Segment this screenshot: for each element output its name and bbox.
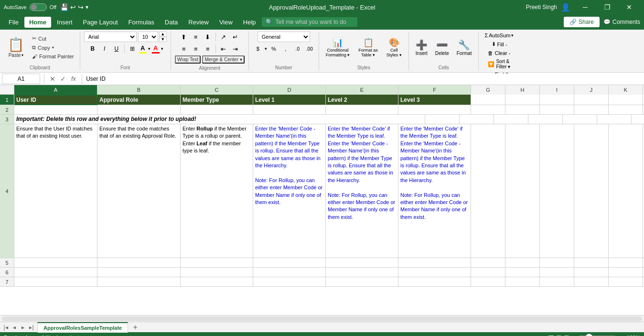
cell-A2[interactable]	[14, 105, 97, 115]
font-color-dropdown[interactable]: ▾	[161, 46, 163, 51]
cell-C2[interactable]	[181, 105, 253, 115]
cell-G7[interactable]	[471, 277, 505, 287]
cell-K2[interactable]	[609, 105, 643, 115]
menu-help[interactable]: Help	[238, 17, 261, 28]
font-size-select[interactable]: 10	[138, 32, 158, 42]
decrease-font-button[interactable]: ▼	[159, 37, 167, 42]
col-header-B[interactable]: B	[97, 85, 181, 95]
cell-F5[interactable]	[398, 258, 471, 268]
menu-file[interactable]: File	[4, 17, 23, 28]
cell-K5[interactable]	[609, 258, 643, 268]
cell-B6[interactable]	[97, 268, 181, 277]
row-num-3[interactable]: 3	[0, 115, 14, 124]
tab-nav-last[interactable]: ▸|	[28, 324, 35, 331]
cell-F2[interactable]	[398, 105, 471, 115]
cell-G4[interactable]	[471, 124, 505, 258]
cell-D1[interactable]: Level 1	[253, 95, 326, 105]
col-header-F[interactable]: F	[398, 85, 471, 95]
cell-H4[interactable]	[505, 124, 540, 258]
cell-J7[interactable]	[574, 277, 609, 287]
comma-button[interactable]: ,	[280, 43, 291, 54]
cell-G5[interactable]	[471, 258, 505, 268]
cancel-formula-icon[interactable]: ✕	[48, 75, 57, 83]
cell-B4[interactable]: Ensure that the code matches that of an …	[97, 124, 181, 258]
increase-decimal-button[interactable]: .00	[304, 43, 315, 54]
cell-H2[interactable]	[505, 105, 540, 115]
format-as-table-button[interactable]: 📋 Format asTable ▾	[355, 36, 381, 58]
cell-D2[interactable]	[253, 105, 326, 115]
cell-styles-button[interactable]: 🎨 CellStyles ▾	[384, 36, 405, 58]
row-num-7[interactable]: 7	[0, 277, 14, 287]
cell-J3[interactable]	[528, 115, 563, 124]
row-num-1[interactable]: 1	[0, 95, 14, 105]
cell-I6[interactable]	[540, 268, 574, 277]
cell-L3[interactable]	[597, 115, 632, 124]
autosum-dropdown[interactable]: ▾	[511, 33, 514, 38]
sheet-tab-navigation[interactable]: |◂ ◂ ▸ ▸|	[2, 324, 35, 331]
wrap-text-label-button[interactable]: Wrap Text	[175, 55, 201, 64]
cell-A5[interactable]	[14, 258, 97, 268]
copy-button[interactable]: ⧉ Copy ▾	[30, 43, 76, 52]
cell-J1[interactable]	[574, 95, 609, 105]
row-num-6[interactable]: 6	[0, 268, 14, 277]
cell-K7[interactable]	[609, 277, 643, 287]
percent-button[interactable]: %	[268, 43, 279, 54]
borders-button[interactable]: ⊞	[127, 43, 138, 54]
minimize-button[interactable]: ─	[574, 0, 596, 14]
col-header-E[interactable]: E	[326, 85, 398, 95]
cell-E4[interactable]: Enter the 'Member Code' if the Member Ty…	[326, 124, 398, 258]
cell-K3[interactable]	[563, 115, 597, 124]
cell-C7[interactable]	[181, 277, 253, 287]
fill-color-dropdown[interactable]: ▾	[148, 46, 150, 51]
save-icon[interactable]: 💾	[60, 3, 68, 11]
font-name-select[interactable]: Arial	[84, 32, 137, 42]
cell-M3[interactable]	[632, 115, 644, 124]
italic-button[interactable]: I	[99, 43, 110, 54]
cell-B1[interactable]: Approval Role	[97, 95, 181, 105]
bold-button[interactable]: B	[87, 43, 98, 54]
menu-page-layout[interactable]: Page Layout	[78, 17, 123, 28]
fill-color-button[interactable]: A	[139, 44, 147, 54]
autosum-button[interactable]: Σ AutoSum ▾	[483, 32, 515, 39]
cell-I2[interactable]	[540, 105, 574, 115]
cell-I7[interactable]	[540, 277, 574, 287]
cell-C6[interactable]	[181, 268, 253, 277]
col-header-D[interactable]: D	[253, 85, 326, 95]
cell-F6[interactable]	[398, 268, 471, 277]
cell-H3[interactable]	[460, 115, 494, 124]
middle-align-button[interactable]: ≡	[191, 32, 201, 42]
cell-H7[interactable]	[505, 277, 540, 287]
cell-G6[interactable]	[471, 268, 505, 277]
cell-H5[interactable]	[505, 258, 540, 268]
page-break-view-button[interactable]: ⊞	[564, 334, 569, 336]
cell-C1[interactable]: Member Type	[181, 95, 253, 105]
tab-nav-prev[interactable]: ◂	[11, 324, 18, 331]
row-num-4[interactable]: 4	[0, 124, 14, 258]
decrease-indent-button[interactable]: ⇤	[218, 43, 229, 54]
cell-D5[interactable]	[253, 258, 326, 268]
increase-font-button[interactable]: ▲	[159, 32, 167, 37]
center-align-button[interactable]: ≡	[191, 43, 201, 54]
col-header-I[interactable]: I	[540, 85, 574, 95]
menu-home[interactable]: Home	[24, 17, 51, 28]
accounting-button[interactable]: $	[253, 43, 263, 54]
cell-I5[interactable]	[540, 258, 574, 268]
cell-A3[interactable]: Important: Delete this row and everythin…	[14, 115, 425, 124]
cell-I3[interactable]	[494, 115, 528, 124]
right-align-button[interactable]: ≡	[203, 43, 213, 54]
close-button[interactable]: ✕	[618, 0, 640, 14]
autosave-toggle[interactable]	[30, 3, 47, 11]
font-color-button[interactable]: A	[152, 44, 160, 54]
cell-B7[interactable]	[97, 277, 181, 287]
cell-G3[interactable]	[425, 115, 460, 124]
cell-E7[interactable]	[326, 277, 398, 287]
bottom-align-button[interactable]: ⬇	[203, 32, 213, 42]
cell-J2[interactable]	[574, 105, 609, 115]
format-painter-button[interactable]: 🖌 Format Painter	[30, 53, 76, 60]
cell-E1[interactable]: Level 2	[326, 95, 398, 105]
menu-formulas[interactable]: Formulas	[124, 17, 159, 28]
cell-I1[interactable]	[540, 95, 574, 105]
row-num-2[interactable]: 2	[0, 105, 14, 115]
cell-C5[interactable]	[181, 258, 253, 268]
increase-indent-button[interactable]: ⇥	[230, 43, 241, 54]
